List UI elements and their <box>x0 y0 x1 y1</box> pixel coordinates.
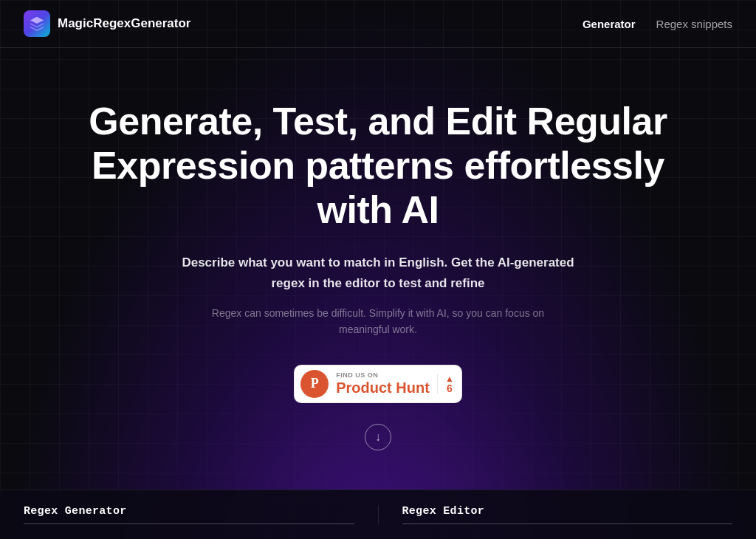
product-hunt-badge[interactable]: P FIND US ON Product Hunt ▲ 6 <box>294 365 462 403</box>
hero-subtitle: Describe what you want to match in Engli… <box>171 253 585 292</box>
hero-title: Generate, Test, and Edit Regular Express… <box>75 100 681 232</box>
bottom-col-editor-divider <box>402 523 733 525</box>
bottom-col-generator-divider <box>24 523 354 525</box>
logo-text: MagicRegexGenerator <box>58 16 190 31</box>
product-hunt-arrow: ▲ <box>445 374 454 383</box>
hero-title-line1: Generate, Test, and Edit Regular <box>89 100 667 143</box>
nav-link-snippets[interactable]: Regex snippets <box>656 18 732 30</box>
product-hunt-text: FIND US ON Product Hunt <box>336 372 430 395</box>
logo-icon <box>24 10 50 37</box>
hero-title-line2: Expression patterns effortlessly with AI <box>92 144 664 231</box>
logo[interactable]: MagicRegexGenerator <box>24 10 190 37</box>
bottom-bar: Regex Generator Regex Editor <box>0 490 756 540</box>
product-hunt-find-us: FIND US ON <box>336 372 378 379</box>
scroll-down-button[interactable]: ↓ <box>365 424 391 450</box>
product-hunt-count: 6 <box>447 383 453 394</box>
product-hunt-logo: P <box>300 370 329 398</box>
hero-section: Generate, Test, and Edit Regular Express… <box>0 48 756 480</box>
nav-link-generator[interactable]: Generator <box>583 18 636 30</box>
hero-caption: Regex can sometimes be difficult. Simpli… <box>201 305 555 338</box>
bottom-col-editor-heading: Regex Editor <box>402 505 733 518</box>
bottom-col-generator: Regex Generator <box>24 505 379 525</box>
product-hunt-vote: ▲ 6 <box>437 374 454 394</box>
navbar: MagicRegexGenerator Generator Regex snip… <box>0 0 756 48</box>
scroll-down-icon: ↓ <box>375 430 381 444</box>
bottom-col-editor: Regex Editor <box>379 505 733 525</box>
nav-links: Generator Regex snippets <box>583 18 732 30</box>
bottom-col-generator-heading: Regex Generator <box>24 505 354 518</box>
product-hunt-name: Product Hunt <box>336 380 430 395</box>
